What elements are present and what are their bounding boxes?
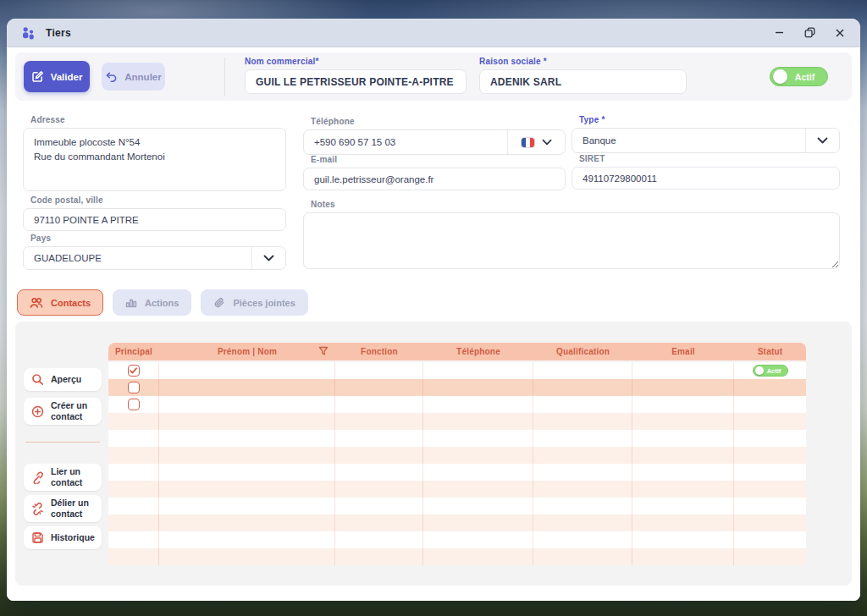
- search-icon: [31, 373, 44, 386]
- table-cell: [632, 447, 734, 464]
- nom-commercial-input[interactable]: [245, 69, 467, 94]
- table-cell: [108, 531, 159, 548]
- france-flag-icon: [521, 137, 535, 148]
- table-cell: [335, 413, 423, 430]
- pays-value: GUADELOUPE: [24, 253, 251, 263]
- table-row[interactable]: [108, 464, 806, 481]
- code-postal-group: Code postal, ville: [23, 195, 286, 231]
- table-cell: [423, 362, 533, 379]
- principal-checkbox[interactable]: [128, 399, 140, 410]
- plus-circle-icon: [31, 405, 44, 418]
- tab-actions[interactable]: Actions: [113, 289, 191, 316]
- principal-checkbox[interactable]: [128, 382, 140, 393]
- table-row[interactable]: [108, 481, 806, 498]
- table-row[interactable]: [108, 514, 806, 531]
- window-controls: [772, 26, 847, 40]
- siret-group: SIRET: [572, 154, 840, 190]
- table-cell: [159, 379, 335, 396]
- tab-contacts[interactable]: Contacts: [17, 289, 103, 316]
- table-cell: [734, 548, 806, 565]
- table-cell: [533, 498, 632, 514]
- undo-icon: [105, 71, 118, 83]
- toggle-knob: [773, 69, 787, 84]
- table-cell: [335, 464, 423, 481]
- paperclip-icon: [213, 297, 225, 309]
- link-contact-button[interactable]: Lier un contact: [24, 464, 102, 491]
- raison-sociale-label: Raison sociale *: [479, 57, 687, 66]
- toggle-knob: [755, 366, 764, 375]
- table-cell: [159, 514, 335, 531]
- table-cell: [423, 481, 533, 498]
- status-toggle-label: Actif: [764, 367, 787, 375]
- email-input[interactable]: [303, 168, 566, 190]
- pays-label: Pays: [30, 234, 286, 243]
- code-postal-input[interactable]: [23, 208, 286, 231]
- sidebar-divider: [25, 442, 100, 443]
- adresse-textarea[interactable]: Immeuble plocoste N°54 Rue du commandant…: [23, 128, 286, 191]
- table-cell: [734, 447, 806, 464]
- close-icon[interactable]: [833, 26, 847, 40]
- table-cell: [734, 498, 806, 514]
- table-cell: [734, 531, 806, 548]
- window-content: Valider Annuler Nom commercial*: [7, 47, 860, 601]
- email-group: E-mail: [303, 155, 566, 190]
- col-principal: Principal: [108, 343, 159, 360]
- table-cell: [423, 396, 533, 413]
- siret-input[interactable]: [572, 167, 840, 190]
- table-cell: [734, 430, 806, 447]
- table-cell: [533, 531, 632, 548]
- table-cell: [423, 379, 533, 396]
- table-cell: [159, 413, 335, 430]
- unlink-contact-label: Délier un contact: [51, 498, 98, 520]
- type-select[interactable]: Banque: [572, 128, 840, 153]
- table-cell: [533, 362, 632, 379]
- preview-label: Aperçu: [51, 374, 81, 385]
- table-row[interactable]: [108, 430, 806, 447]
- table-cell: [159, 362, 335, 379]
- table-row[interactable]: [108, 396, 806, 413]
- table-row[interactable]: [108, 413, 806, 430]
- pays-select[interactable]: GUADELOUPE: [23, 246, 286, 270]
- telephone-field: [303, 129, 566, 155]
- tab-pieces-jointes[interactable]: Pièces jointes: [201, 289, 307, 316]
- create-contact-button[interactable]: Créer un contact: [24, 398, 102, 425]
- table-cell: [159, 531, 335, 548]
- chevron-down-icon: [251, 247, 285, 269]
- table-cell: [734, 481, 806, 498]
- table-row[interactable]: [108, 379, 806, 396]
- unlink-contact-button[interactable]: Délier un contact: [24, 495, 102, 522]
- tab-bar: Contacts Actions P: [17, 289, 308, 316]
- table-cell: [533, 464, 632, 481]
- table-cell: Actif: [734, 362, 806, 379]
- preview-button[interactable]: Aperçu: [24, 368, 102, 391]
- table-cell: [335, 498, 423, 514]
- principal-checkbox[interactable]: [128, 365, 140, 377]
- table-row[interactable]: [108, 498, 806, 514]
- raison-sociale-input[interactable]: [479, 69, 687, 94]
- table-row[interactable]: [108, 447, 806, 464]
- telephone-input[interactable]: [304, 130, 507, 154]
- table-cell: [533, 413, 632, 430]
- status-toggle[interactable]: Actif: [753, 365, 788, 377]
- table-cell: [734, 396, 806, 413]
- table-row[interactable]: [108, 531, 806, 548]
- type-group: Type * Banque: [572, 115, 840, 153]
- cancel-button[interactable]: Annuler: [102, 63, 165, 91]
- table-row[interactable]: [108, 548, 806, 565]
- table-cell: [335, 514, 423, 531]
- table-row[interactable]: Actif: [108, 362, 806, 379]
- table-cell: [533, 379, 632, 396]
- active-toggle[interactable]: Actif: [770, 67, 828, 86]
- save-icon: [31, 531, 44, 544]
- table-cell: [632, 548, 734, 565]
- validate-button[interactable]: Valider: [24, 61, 90, 92]
- filter-icon[interactable]: [318, 346, 329, 356]
- restore-button[interactable]: [803, 26, 816, 40]
- table-cell: [108, 413, 159, 430]
- table-cell: [533, 396, 632, 413]
- table-cell: [335, 396, 423, 413]
- notes-textarea[interactable]: [303, 212, 840, 269]
- country-flag-dropdown[interactable]: [507, 130, 565, 154]
- history-button[interactable]: Historique: [24, 526, 102, 549]
- minimize-button[interactable]: [772, 26, 786, 40]
